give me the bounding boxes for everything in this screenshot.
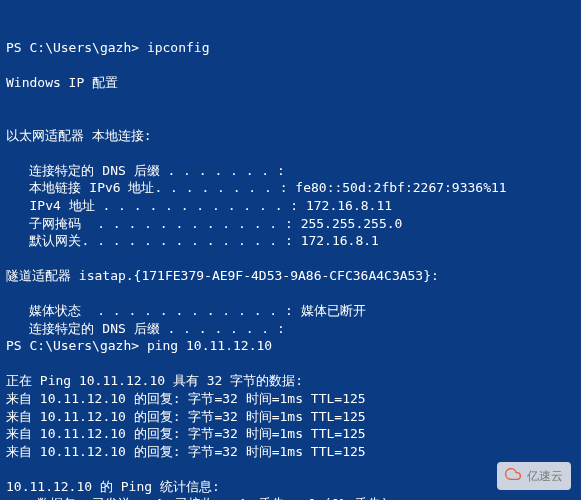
subnet-mask-label: 子网掩码 . . . . . . . . . . . . : bbox=[6, 216, 301, 231]
command-ipconfig: ipconfig bbox=[147, 40, 210, 55]
link-local-ipv6-label: 本地链接 IPv6 地址. . . . . . . . : bbox=[6, 180, 295, 195]
ipv4-address-value: 172.16.8.11 bbox=[306, 198, 392, 213]
prompt-1: PS C:\Users\gazh> bbox=[6, 40, 139, 55]
prompt-2: PS C:\Users\gazh> bbox=[6, 338, 139, 353]
subnet-mask-value: 255.255.255.0 bbox=[301, 216, 403, 231]
ethernet-adapter-header: 以太网适配器 本地连接: bbox=[6, 128, 152, 143]
default-gateway-value: 172.16.8.1 bbox=[301, 233, 379, 248]
terminal-output: PS C:\Users\gazh> ipconfig Windows IP 配置… bbox=[6, 40, 507, 500]
ipv4-address-label: IPv4 地址 . . . . . . . . . . . . : bbox=[6, 198, 306, 213]
ping-reply-line: 来自 10.11.12.10 的回复: 字节=32 时间=1ms TTL=125 bbox=[6, 409, 366, 424]
ping-stats-packets: 数据包: 已发送 = 4，已接收 = 4，丢失 = 0 (0% 丢失)， bbox=[6, 496, 402, 500]
command-ping: ping 10.11.12.10 bbox=[147, 338, 272, 353]
ping-stats-header: 10.11.12.10 的 Ping 统计信息: bbox=[6, 479, 220, 494]
dns-suffix-line: 连接特定的 DNS 后缀 . . . . . . . : bbox=[6, 163, 285, 178]
media-state-value: 媒体已断开 bbox=[301, 303, 366, 318]
tunnel-dns-suffix-line: 连接特定的 DNS 后缀 . . . . . . . : bbox=[6, 321, 285, 336]
ping-reply-line: 来自 10.11.12.10 的回复: 字节=32 时间=1ms TTL=125 bbox=[6, 426, 366, 441]
ping-header: 正在 Ping 10.11.12.10 具有 32 字节的数据: bbox=[6, 373, 303, 388]
default-gateway-label: 默认网关. . . . . . . . . . . . . : bbox=[6, 233, 301, 248]
watermark: 亿速云 bbox=[497, 462, 571, 490]
ping-reply-line: 来自 10.11.12.10 的回复: 字节=32 时间=1ms TTL=125 bbox=[6, 444, 366, 459]
watermark-text: 亿速云 bbox=[527, 468, 563, 484]
ipconfig-header: Windows IP 配置 bbox=[6, 75, 118, 90]
cloud-icon bbox=[505, 466, 521, 486]
link-local-ipv6-value: fe80::50d:2fbf:2267:9336%11 bbox=[295, 180, 506, 195]
tunnel-adapter-header: 隧道适配器 isatap.{171FE379-AE9F-4D53-9A86-CF… bbox=[6, 268, 439, 283]
ping-reply-line: 来自 10.11.12.10 的回复: 字节=32 时间=1ms TTL=125 bbox=[6, 391, 366, 406]
media-state-label: 媒体状态 . . . . . . . . . . . . : bbox=[6, 303, 301, 318]
